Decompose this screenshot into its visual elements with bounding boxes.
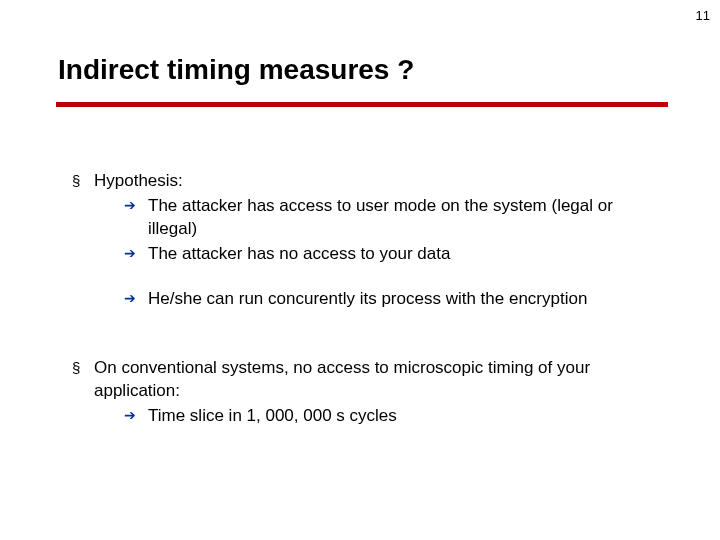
sub-bullet-item: ➔ The attacker has no access to your dat… [124, 243, 662, 266]
arrow-icon: ➔ [124, 195, 148, 217]
page-number: 11 [696, 8, 710, 23]
arrow-icon: ➔ [124, 405, 148, 427]
square-bullet-icon: § [72, 170, 94, 193]
sub-bullet-text: The attacker has access to user mode on … [148, 195, 662, 241]
arrow-icon: ➔ [124, 243, 148, 265]
sub-bullet-item: ➔ He/she can run concurently its process… [124, 288, 662, 311]
bullet-item: § Hypothesis: ➔ The attacker has access … [72, 170, 662, 311]
content-area: § Hypothesis: ➔ The attacker has access … [72, 170, 662, 430]
square-bullet-icon: § [72, 357, 94, 380]
sub-bullet-item: ➔ The attacker has access to user mode o… [124, 195, 662, 241]
title-underline [56, 102, 668, 107]
arrow-icon: ➔ [124, 288, 148, 310]
sub-bullet-item: ➔ Time slice in 1, 000, 000 s cycles [124, 405, 662, 428]
slide-title: Indirect timing measures ? [58, 54, 414, 86]
sub-bullet-text: Time slice in 1, 000, 000 s cycles [148, 405, 662, 428]
bullet-text: Hypothesis: [94, 170, 662, 193]
bullet-text: On conventional systems, no access to mi… [94, 357, 662, 403]
sub-bullet-text: He/she can run concurently its process w… [148, 288, 662, 311]
bullet-item: § On conventional systems, no access to … [72, 357, 662, 428]
sub-bullet-text: The attacker has no access to your data [148, 243, 662, 266]
